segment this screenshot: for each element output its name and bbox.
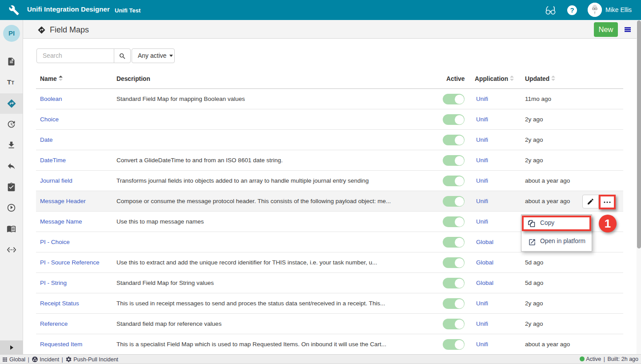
svg-text:T: T	[12, 80, 15, 85]
svg-text:T: T	[7, 79, 11, 86]
